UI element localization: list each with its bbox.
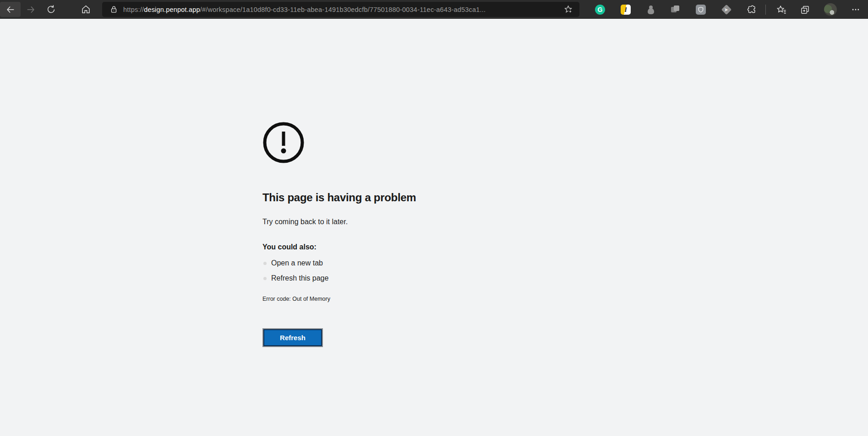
error-code-text: Error code: Out of Memory: [262, 296, 330, 302]
suggestion-item: Open a new tab: [263, 259, 323, 267]
grammarly-extension-button[interactable]: G: [593, 3, 607, 17]
favorites-star-icon: [776, 5, 787, 15]
profile-avatar: [824, 3, 837, 16]
lock-icon: [110, 6, 118, 13]
puzzle-icon: [747, 5, 757, 15]
suggestions-heading: You could also:: [262, 243, 317, 251]
copy-pages-icon: [671, 5, 680, 14]
refresh-page-button[interactable]: Refresh: [263, 329, 322, 346]
url-domain: design.penpot.app: [144, 6, 200, 13]
favorites-button[interactable]: [775, 3, 788, 17]
diamond-arrow-icon: ➤: [721, 5, 732, 15]
url-text: https://design.penpot.app/#/workspace/1a…: [123, 6, 486, 13]
diamond-extension-button[interactable]: ➤: [720, 3, 733, 17]
star-plus-icon: [563, 5, 573, 14]
collections-icon: [800, 5, 810, 15]
suggestion-text: Refresh this page: [271, 274, 328, 282]
warning-circle-icon: [262, 121, 305, 164]
bullet-icon: [263, 277, 267, 280]
shield-icon: [696, 5, 706, 15]
suggestion-text: Open a new tab: [271, 259, 323, 267]
url-protocol: https://: [123, 6, 144, 13]
ellipsis-icon: [851, 5, 860, 14]
add-favorite-button[interactable]: [561, 5, 575, 14]
reload-icon: [46, 5, 56, 14]
extensions-menu-button[interactable]: [745, 3, 759, 17]
l-extension-icon: l: [621, 5, 631, 15]
ghost-extension-button[interactable]: [644, 3, 658, 17]
browser-toolbar: https://design.penpot.app/#/workspace/1a…: [0, 0, 868, 19]
error-page: This page is having a problem Try coming…: [0, 19, 868, 436]
toolbar-divider: [765, 5, 766, 15]
suggestion-item: Refresh this page: [263, 274, 328, 282]
l-extension-button[interactable]: l: [619, 3, 633, 17]
collections-button[interactable]: [798, 3, 812, 17]
home-icon: [81, 5, 91, 14]
bitwarden-extension-button[interactable]: [694, 3, 708, 17]
settings-more-button[interactable]: [849, 3, 863, 17]
pages-extension-button[interactable]: [669, 3, 682, 17]
grammarly-icon: G: [595, 5, 605, 15]
site-security-button[interactable]: [108, 6, 120, 13]
arrow-left-icon: [5, 5, 16, 15]
address-bar[interactable]: https://design.penpot.app/#/workspace/1a…: [102, 2, 579, 17]
ghost-icon: [648, 6, 654, 14]
profile-button[interactable]: [824, 3, 837, 17]
url-path: /#/workspace/1a10d8f0-cd33-11eb-abea-149…: [200, 6, 486, 13]
forward-button[interactable]: [22, 2, 40, 17]
bullet-icon: [263, 262, 267, 265]
page-subtitle: Try coming back to it later.: [262, 218, 348, 226]
arrow-right-icon: [26, 5, 36, 15]
page-title: This page is having a problem: [262, 191, 416, 204]
home-button[interactable]: [76, 2, 95, 17]
back-button[interactable]: [0, 2, 21, 17]
reload-button[interactable]: [42, 2, 60, 17]
